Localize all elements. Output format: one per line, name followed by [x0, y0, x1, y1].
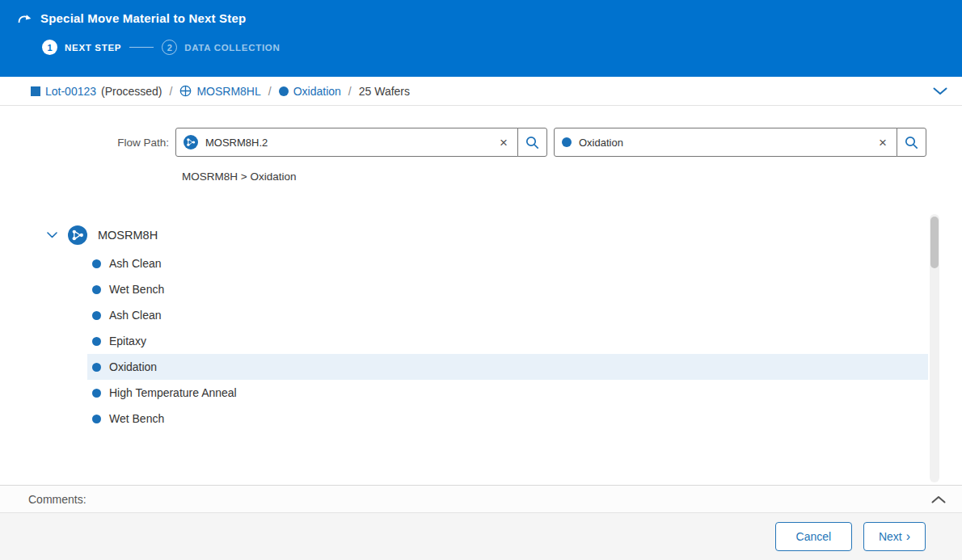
tree-item-step[interactable]: Oxidation: [87, 354, 928, 380]
step-search-button[interactable]: [897, 128, 926, 157]
lot-icon: [31, 86, 40, 96]
comments-label: Comments:: [28, 493, 86, 506]
tree-item-label: High Temperature Anneal: [109, 386, 237, 399]
tree-root-label: MOSRM8H: [98, 229, 158, 242]
step-2-label: DATA COLLECTION: [184, 43, 280, 53]
step-dot-icon: [92, 285, 101, 294]
step-1-circle: 1: [42, 40, 57, 55]
selected-path-display: MOSRM8H > Oxidation: [182, 171, 962, 183]
chevron-down-icon[interactable]: [47, 232, 57, 238]
wizard-stepper: 1 NEXT STEP 2 DATA COLLECTION: [0, 30, 962, 55]
breadcrumb-separator: /: [268, 85, 272, 98]
tree-children: Ash Clean Wet Bench Ash Clean Epitaxy Ox…: [0, 251, 962, 432]
tree-item-step[interactable]: Wet Bench: [87, 406, 928, 432]
move-arrow-icon: [18, 13, 32, 23]
flow-search-group: ×: [175, 128, 547, 157]
breadcrumb-collapse-toggle[interactable]: [933, 87, 947, 95]
clear-step-icon[interactable]: ×: [876, 136, 889, 149]
step-next-step[interactable]: 1 NEXT STEP: [42, 40, 121, 55]
step-2-circle: 2: [162, 40, 177, 55]
breadcrumb-flow-link[interactable]: MOSRM8HL: [196, 85, 260, 98]
step-dot-icon: [92, 389, 101, 398]
step-search-field[interactable]: ×: [554, 128, 897, 157]
tree-item-label: Ash Clean: [109, 309, 162, 322]
breadcrumb-separator: /: [170, 85, 173, 98]
tree-item-label: Ash Clean: [109, 257, 162, 270]
lot-status: (Processed): [101, 85, 162, 98]
vertical-scrollbar[interactable]: [930, 214, 939, 482]
step-connector: [129, 47, 154, 48]
clear-flow-icon[interactable]: ×: [497, 136, 510, 149]
top-bar: Special Move Material to Next Step 1 NEX…: [0, 0, 962, 77]
flow-icon: [179, 85, 192, 97]
cancel-button[interactable]: Cancel: [775, 522, 852, 551]
tree-item-step[interactable]: Ash Clean: [87, 251, 928, 276]
flow-badge-icon: [68, 225, 87, 245]
tree-item-label: Wet Bench: [109, 283, 164, 296]
breadcrumb-lot-link[interactable]: Lot-00123: [45, 85, 96, 98]
wafer-count: 25 Wafers: [359, 85, 410, 98]
step-data-collection[interactable]: 2 DATA COLLECTION: [162, 40, 280, 55]
search-icon: [905, 136, 918, 149]
step-search-input[interactable]: [579, 137, 869, 149]
breadcrumb-step-link[interactable]: Oxidation: [293, 85, 341, 98]
tree-item-step[interactable]: Ash Clean: [87, 302, 928, 328]
tree-root-node[interactable]: MOSRM8H: [0, 220, 962, 251]
comments-collapse-toggle[interactable]: [931, 495, 946, 503]
scrollbar-thumb[interactable]: [930, 217, 939, 268]
flow-search-button[interactable]: [517, 128, 547, 157]
main-content: Flow Path: × × MOSRM8H > O: [0, 106, 962, 485]
step-dot-icon: [92, 311, 101, 320]
breadcrumb-separator: /: [348, 85, 352, 98]
next-button-label: Next: [879, 530, 902, 543]
step-dot-icon: [92, 363, 101, 372]
flow-step-tree: MOSRM8H Ash Clean Wet Bench Ash Clean Ep…: [0, 220, 962, 432]
chevron-up-icon: [931, 495, 946, 503]
tree-item-label: Wet Bench: [109, 412, 164, 425]
page-title: Special Move Material to Next Step: [40, 11, 246, 25]
next-button[interactable]: Next ›: [863, 522, 926, 551]
step-dot-icon: [92, 337, 101, 346]
step-1-label: NEXT STEP: [65, 43, 121, 53]
footer-action-bar: Cancel Next ›: [0, 512, 962, 560]
chevron-down-icon: [933, 87, 947, 95]
flow-search-field[interactable]: ×: [175, 128, 518, 157]
step-dot-icon: [92, 259, 101, 268]
title-bar: Special Move Material to Next Step: [0, 0, 962, 30]
flow-search-input[interactable]: [205, 137, 490, 149]
step-dot-icon: [279, 86, 289, 96]
step-dot-icon: [562, 137, 572, 147]
breadcrumb: Lot-00123 (Processed) / MOSRM8HL / Oxida…: [0, 77, 962, 106]
chevron-right-icon: ›: [906, 530, 910, 543]
search-icon: [525, 136, 539, 149]
tree-item-step[interactable]: Wet Bench: [87, 276, 928, 302]
step-dot-icon: [92, 415, 101, 423]
tree-item-label: Oxidation: [109, 360, 157, 373]
tree-item-label: Epitaxy: [109, 335, 146, 347]
flow-path-label: Flow Path:: [0, 137, 175, 149]
tree-item-step[interactable]: High Temperature Anneal: [87, 380, 928, 406]
step-search-group: ×: [554, 128, 926, 157]
flow-path-row: Flow Path: × ×: [0, 106, 962, 157]
flow-badge-icon: [184, 135, 198, 149]
tree-item-step[interactable]: Epitaxy: [87, 328, 928, 354]
comments-section: Comments:: [0, 485, 962, 512]
